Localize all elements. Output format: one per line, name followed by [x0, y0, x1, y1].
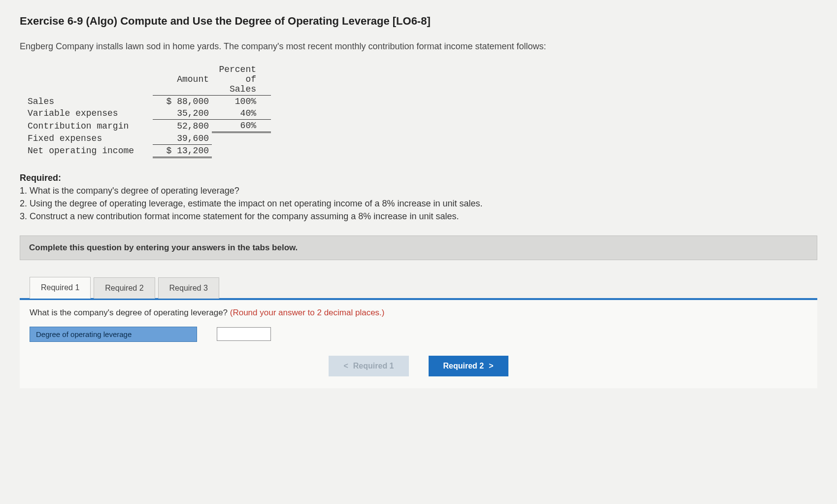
- table-row: Net operating income $ 13,200: [25, 144, 271, 157]
- chevron-right-icon: >: [489, 362, 493, 370]
- table-row: Contribution margin 52,800 60%: [25, 120, 271, 133]
- tabs-row: Required 1 Required 2 Required 3: [30, 277, 817, 299]
- row-percent-fixed: [212, 133, 271, 145]
- row-label-varexp: Variable expenses: [25, 107, 153, 120]
- tab-required-2[interactable]: Required 2: [94, 277, 155, 299]
- income-statement-table: Amount Percent of Sales Sales $ 88,000 1…: [25, 64, 271, 158]
- required-line-2: 2. Using the degree of operating leverag…: [20, 197, 817, 210]
- instruction-bar: Complete this question by entering your …: [20, 235, 817, 260]
- nav-row: < Required 1 Required 2 >: [30, 356, 807, 376]
- row-amount-fixed: 39,600: [153, 133, 212, 145]
- row-amount-sales: $ 88,000: [153, 96, 212, 108]
- next-button[interactable]: Required 2 >: [429, 356, 508, 376]
- required-line-3: 3. Construct a new contribution format i…: [20, 210, 817, 223]
- prev-button[interactable]: < Required 1: [329, 356, 408, 376]
- answer-label: Degree of operating leverage: [30, 327, 197, 342]
- required-line-1: 1. What is the company's degree of opera…: [20, 184, 817, 197]
- col-header-amount: Amount: [153, 64, 212, 96]
- required-block: Required: 1. What is the company's degre…: [20, 173, 817, 223]
- col-header-percent: Percent of Sales: [212, 64, 271, 96]
- answer-row: Degree of operating leverage: [30, 327, 807, 342]
- row-label-fixed: Fixed expenses: [25, 133, 153, 145]
- row-amount-varexp: 35,200: [153, 107, 212, 120]
- tab-panel-required-1: What is the company's degree of operatin…: [20, 298, 817, 388]
- intro-text: Engberg Company installs lawn sod in hom…: [20, 41, 817, 52]
- tab-required-1[interactable]: Required 1: [30, 277, 91, 299]
- chevron-left-icon: <: [343, 362, 348, 370]
- row-label-sales: Sales: [25, 96, 153, 108]
- table-row: Sales $ 88,000 100%: [25, 96, 271, 108]
- exercise-title: Exercise 6-9 (Algo) Compute and Use the …: [20, 15, 817, 28]
- row-label-cm: Contribution margin: [25, 120, 153, 133]
- table-row: Fixed expenses 39,600: [25, 133, 271, 145]
- row-percent-cm: 60%: [212, 120, 271, 133]
- question-main: What is the company's degree of operatin…: [30, 308, 230, 317]
- required-title: Required:: [20, 173, 817, 183]
- row-label-noi: Net operating income: [25, 144, 153, 157]
- prev-button-label: Required 1: [353, 362, 394, 370]
- tab-required-3[interactable]: Required 3: [158, 277, 219, 299]
- question-hint: (Round your answer to 2 decimal places.): [230, 308, 385, 317]
- degree-of-operating-leverage-input[interactable]: [217, 327, 271, 341]
- next-button-label: Required 2: [443, 362, 484, 370]
- question-text: What is the company's degree of operatin…: [30, 308, 807, 318]
- table-row: Variable expenses 35,200 40%: [25, 107, 271, 120]
- row-percent-noi: [212, 144, 271, 157]
- row-amount-cm: 52,800: [153, 120, 212, 133]
- row-amount-noi: $ 13,200: [153, 144, 212, 157]
- row-percent-sales: 100%: [212, 96, 271, 108]
- row-percent-varexp: 40%: [212, 107, 271, 120]
